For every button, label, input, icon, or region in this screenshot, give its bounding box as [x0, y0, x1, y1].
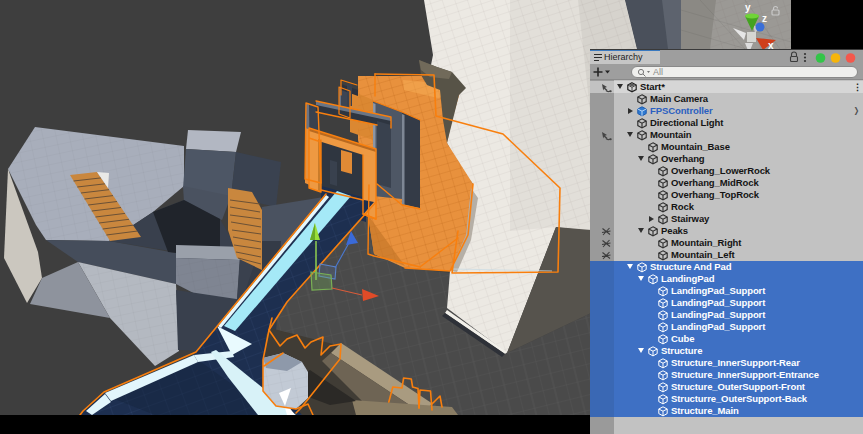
- svg-text:y: y: [745, 2, 751, 13]
- svg-text:z: z: [762, 13, 767, 24]
